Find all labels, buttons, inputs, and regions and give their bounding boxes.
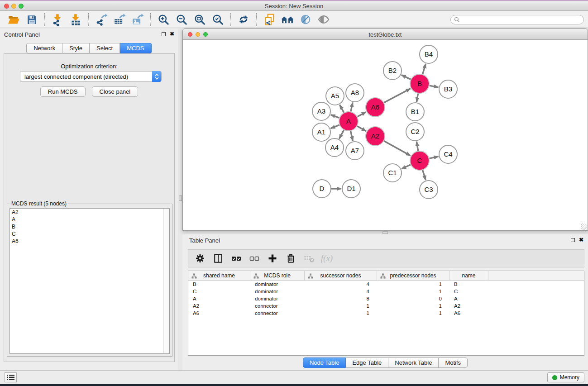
graph-node-A7[interactable]: A7 — [346, 142, 364, 160]
network-graph[interactable]: AA1A2A3A4A5A6A7A8BB1B2B3B4CC1C2C3C4DD1 — [183, 40, 588, 230]
close-panel-icon[interactable]: ✖ — [170, 32, 174, 36]
table-row[interactable]: A6connector11A6 — [188, 310, 584, 317]
graph-edge-B-B2[interactable] — [402, 75, 411, 80]
cell-name[interactable]: B — [449, 281, 488, 287]
run-mcds-button[interactable]: Run MCDS — [40, 86, 86, 97]
graph-node-C3[interactable]: C3 — [420, 181, 438, 199]
cell-name[interactable]: A2 — [449, 303, 488, 309]
cell-predecessor-nodes[interactable]: 1 — [377, 289, 449, 294]
graph-node-A8[interactable]: A8 — [346, 84, 364, 102]
cell-shared-name[interactable]: A2 — [188, 303, 250, 309]
graph-edge-A6-B[interactable] — [384, 89, 410, 103]
mcds-result-item[interactable]: A6 — [10, 238, 169, 245]
graph-edge-C-C3[interactable] — [423, 170, 426, 180]
graph-node-A4[interactable]: A4 — [325, 138, 344, 157]
refresh-icon[interactable] — [234, 12, 253, 27]
graph-node-A6[interactable]: A6 — [366, 98, 385, 117]
graph-edge-A-A7[interactable] — [351, 131, 353, 141]
save-session-icon[interactable] — [23, 12, 41, 27]
cell-MCDS-role[interactable]: dominator — [250, 281, 305, 287]
node-table[interactable]: shared nameMCDS rolesuccessor nodesprede… — [188, 271, 584, 356]
graph-edge-A-A5[interactable] — [339, 105, 344, 112]
column-header-shared-name[interactable]: shared name — [188, 271, 250, 280]
graph-edge-A2-C[interactable] — [384, 141, 411, 156]
open-session-icon[interactable] — [5, 12, 23, 27]
mcds-result-item[interactable]: B — [10, 223, 169, 230]
column-header-MCDS-role[interactable]: MCDS role — [250, 271, 305, 280]
graph-edge-B-B3[interactable] — [430, 86, 439, 87]
graph-node-C[interactable]: C — [410, 151, 429, 170]
graph-edge-A-A8[interactable] — [351, 103, 353, 112]
cell-successor-nodes[interactable]: 8 — [305, 296, 377, 301]
cell-successor-nodes[interactable]: 4 — [305, 289, 377, 294]
graph-edge-A-A3[interactable] — [331, 115, 339, 118]
add-column-icon[interactable] — [264, 251, 281, 266]
cell-predecessor-nodes[interactable]: 1 — [377, 310, 449, 316]
column-header-predecessor-nodes[interactable]: predecessor nodes — [377, 271, 449, 280]
graph-edge-A-A6[interactable] — [358, 112, 366, 117]
cell-successor-nodes[interactable]: 1 — [305, 303, 377, 309]
column-header-successor-nodes[interactable]: successor nodes — [305, 271, 377, 280]
export-image-icon[interactable] — [129, 12, 147, 27]
graph-edge-C-C4[interactable] — [430, 157, 439, 158]
horizontal-splitter-handle[interactable] — [382, 231, 388, 234]
cell-successor-nodes[interactable]: 4 — [305, 281, 377, 287]
cell-shared-name[interactable]: A6 — [188, 310, 250, 316]
graph-edge-A-A2[interactable] — [357, 126, 366, 131]
cell-shared-name[interactable]: B — [188, 281, 250, 287]
cell-predecessor-nodes[interactable]: 1 — [377, 303, 449, 309]
import-network-icon[interactable] — [48, 12, 67, 27]
float-panel-icon[interactable] — [162, 32, 166, 36]
float-table-panel-icon[interactable] — [571, 238, 575, 242]
graph-edge-B-B4[interactable] — [423, 64, 426, 74]
mcds-result-list[interactable]: A2ABCA6 — [10, 208, 170, 354]
graph-edge-C-C2[interactable] — [416, 142, 418, 151]
graph-edge-A-A1[interactable] — [330, 125, 339, 129]
mcds-result-item[interactable]: C — [10, 230, 169, 238]
show-graphics-details-icon[interactable] — [315, 12, 333, 27]
graph-node-A[interactable]: A — [339, 112, 358, 131]
graph-node-B[interactable]: B — [410, 74, 429, 93]
graph-node-A5[interactable]: A5 — [326, 87, 344, 105]
network-canvas[interactable]: AA1A2A3A4A5A6A7A8BB1B2B3B4CC1C2C3C4DD1 — [183, 40, 588, 230]
table-row[interactable]: Adominator80A — [188, 295, 584, 302]
tab-mcds[interactable]: MCDS — [120, 43, 151, 53]
zoom-fit-icon[interactable] — [191, 12, 209, 27]
zoom-in-icon[interactable] — [154, 12, 172, 27]
zoom-out-icon[interactable] — [172, 12, 191, 27]
column-header-name[interactable]: name — [449, 271, 488, 280]
table-row[interactable]: Bdominator41B — [188, 281, 584, 288]
mcds-list-scrollbar[interactable] — [163, 209, 169, 353]
cell-MCDS-role[interactable]: connector — [250, 303, 305, 309]
search-input[interactable] — [450, 15, 584, 24]
window-resize-grip[interactable] — [581, 224, 587, 230]
graph-edge-C-C1[interactable] — [402, 165, 411, 169]
settings-gear-icon[interactable] — [192, 251, 208, 266]
tab-style[interactable]: Style — [62, 43, 90, 53]
app-titlebar[interactable]: Session: New Session — [0, 1, 588, 11]
delete-column-icon[interactable] — [282, 251, 299, 266]
graph-node-B3[interactable]: B3 — [439, 80, 457, 98]
close-table-panel-icon[interactable]: ✖ — [579, 238, 583, 242]
graph-node-C2[interactable]: C2 — [406, 123, 424, 141]
task-history-button[interactable] — [5, 372, 17, 382]
apply-layout-icon[interactable] — [278, 12, 296, 27]
tab-select[interactable]: Select — [90, 43, 120, 53]
graph-node-A3[interactable]: A3 — [312, 102, 330, 120]
column-visibility-icon[interactable] — [210, 251, 226, 266]
zoom-selected-icon[interactable] — [209, 12, 227, 27]
cell-successor-nodes[interactable]: 1 — [305, 310, 377, 316]
copy-network-icon[interactable] — [260, 12, 278, 27]
tab-node-table[interactable]: Node Table — [303, 357, 346, 368]
cell-name[interactable]: A — [449, 296, 488, 301]
table-row[interactable]: Cdominator41C — [188, 288, 584, 295]
cell-MCDS-role[interactable]: connector — [250, 310, 305, 316]
memory-button[interactable]: Memory — [547, 372, 584, 382]
graph-node-C1[interactable]: C1 — [383, 164, 402, 182]
cell-shared-name[interactable]: C — [188, 289, 250, 294]
mcds-result-item[interactable]: A2 — [10, 209, 169, 216]
graph-node-C4[interactable]: C4 — [439, 145, 457, 163]
tab-edge-table[interactable]: Edge Table — [346, 357, 388, 368]
graph-edge-B-B1[interactable] — [417, 94, 418, 102]
graph-node-D1[interactable]: D1 — [342, 180, 360, 198]
